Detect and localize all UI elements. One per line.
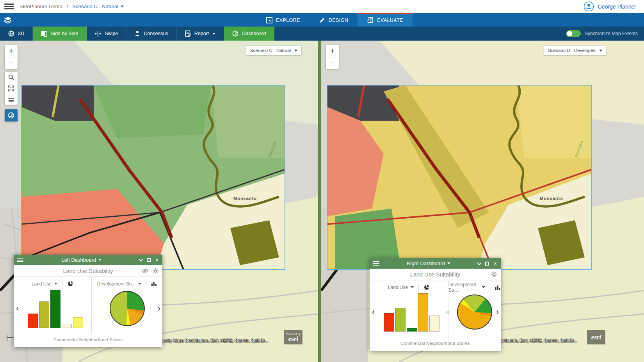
sync-extents-label: Synchronize Map Extents — [585, 31, 638, 36]
chevron-down-icon[interactable] — [54, 283, 57, 285]
user-menu[interactable]: George Planner — [584, 1, 636, 12]
globe-icon — [8, 30, 14, 37]
left-dashboard-subtitle: Land Use Suitability — [14, 268, 162, 274]
carousel-collapse-icon[interactable]: « — [446, 308, 450, 316]
map-divider[interactable] — [318, 41, 321, 362]
left-dashboard-window: Left Dashboard × Land Use Suitability — [14, 255, 162, 347]
left-scenario-selector[interactable]: Scenario C - Natural — [246, 46, 301, 55]
pie-chart-icon[interactable] — [423, 284, 430, 291]
layers-button[interactable] — [0, 13, 16, 27]
sync-extents-toggle[interactable] — [566, 30, 581, 37]
side-by-side-label: Side by Side — [51, 31, 78, 36]
right-dashboard-header[interactable]: Right Dashboard × — [370, 258, 501, 269]
close-icon[interactable]: × — [493, 260, 497, 266]
side-by-side-button[interactable]: Side by Side — [33, 27, 87, 41]
esri-wordmark: esri — [288, 335, 299, 342]
breadcrumb: GeoPlanner Demo / Scenario C - Natural — [20, 4, 124, 9]
user-name: George Planner — [598, 4, 636, 10]
tab-evaluate[interactable]: EVALUATE — [358, 13, 413, 27]
person-icon — [135, 30, 140, 37]
esri-logo: Powered by esri — [284, 330, 302, 344]
report-button[interactable]: Report — [177, 27, 224, 41]
zoom-out-button[interactable]: − — [326, 57, 339, 69]
left-land-use-selector[interactable]: Land Use — [32, 281, 52, 287]
carousel-prev-icon[interactable]: ‹ — [372, 308, 375, 316]
pie-chart-icon[interactable] — [67, 281, 73, 287]
zoom-out-button[interactable]: − — [5, 57, 18, 69]
right-scenario-selector[interactable]: Scenario D - Developed — [544, 46, 606, 55]
chevron-down-icon — [121, 5, 124, 7]
right-land-use-selector[interactable]: Land Use — [388, 285, 408, 290]
right-dashboard-charts: Land Use Development Su... — [370, 280, 501, 338]
search-button[interactable] — [5, 72, 18, 83]
breadcrumb-separator: / — [67, 4, 68, 9]
left-land-use-panel: Land Use — [14, 277, 91, 334]
right-dashboard-title-dropdown[interactable]: Right Dashboard — [379, 260, 478, 266]
maximize-icon[interactable] — [485, 262, 489, 266]
scenario-breadcrumb-dropdown[interactable]: Scenario C - Natural — [72, 4, 124, 9]
bar-segment — [39, 301, 49, 328]
esri-wordmark: esri — [591, 334, 601, 341]
layers-icon — [4, 16, 12, 23]
mode-tabs: EXPLORE DESIGN EVALUATE — [257, 13, 413, 27]
carousel-prev-icon[interactable]: ‹ — [16, 304, 19, 313]
maximize-icon[interactable] — [147, 258, 151, 262]
gear-icon[interactable] — [153, 268, 158, 274]
dashboard-toggle-button[interactable] — [5, 109, 18, 121]
swipe-button[interactable]: Swipe — [87, 27, 126, 41]
left-study-area — [21, 85, 285, 269]
consensus-button[interactable]: Consensus — [126, 27, 177, 41]
sync-extents-control: Synchronize Map Extents — [566, 27, 644, 41]
tab-evaluate-label: EVALUATE — [377, 18, 403, 23]
chevron-down-icon — [599, 50, 602, 52]
chevron-down-icon — [447, 262, 450, 264]
right-dashboard-subtitle: Land Use Suitability — [370, 271, 501, 278]
carousel-next-icon[interactable]: › — [158, 304, 160, 313]
dashboard-menu-icon[interactable] — [17, 258, 23, 262]
left-dashboard-title-dropdown[interactable]: Left Dashboard — [23, 257, 139, 263]
left-development-selector[interactable]: Development Su... — [97, 281, 136, 287]
visibility-off-icon[interactable] — [142, 268, 148, 273]
measure-button[interactable] — [5, 94, 18, 105]
bar-chart-icon[interactable] — [151, 281, 157, 287]
full-extent-button[interactable] — [5, 83, 18, 94]
left-dashboard-header[interactable]: Left Dashboard × — [14, 255, 162, 265]
left-map-panel: Monsanto Seal Creek + − Scenario C - Nat… — [0, 41, 318, 362]
close-icon[interactable]: × — [155, 257, 158, 263]
chevron-down-icon[interactable] — [411, 286, 414, 288]
evaluate-toolbar: 3D Side by Side Swipe Consensus Report D… — [0, 27, 644, 41]
zoom-in-button[interactable]: + — [5, 45, 18, 57]
chevron-down-icon[interactable] — [138, 283, 141, 285]
3d-button[interactable]: 3D — [0, 27, 33, 41]
bar-segment — [407, 328, 417, 332]
report-label: Report — [194, 31, 209, 36]
zoom-in-button[interactable]: + — [326, 45, 339, 57]
dashboard-menu-icon[interactable] — [373, 261, 379, 266]
gear-icon[interactable] — [491, 271, 497, 277]
right-dashboard-title: Right Dashboard — [407, 260, 445, 266]
tab-design[interactable]: DESIGN — [310, 13, 358, 27]
chevron-down-icon[interactable] — [482, 286, 485, 288]
main-nav-bar: EXPLORE DESIGN EVALUATE — [0, 13, 644, 27]
collapse-icon[interactable] — [477, 260, 482, 265]
bar-chart-icon[interactable] — [495, 285, 501, 290]
right-land-use-panel: Land Use — [370, 280, 448, 338]
collapse-icon[interactable] — [139, 257, 143, 261]
left-zoom-control: + − — [5, 45, 18, 69]
bar-segment — [62, 324, 72, 328]
carousel-next-icon[interactable]: › — [496, 308, 499, 316]
chevron-down-icon — [294, 50, 297, 52]
bar-segment — [73, 317, 83, 328]
right-map-panel: Monsanto Seal Creek + − Scenario D - Dev… — [321, 41, 644, 362]
left-scenario-label: Scenario C - Natural — [250, 48, 291, 53]
app-menu-icon[interactable] — [4, 4, 14, 9]
right-development-selector[interactable]: Development Su... — [448, 282, 479, 293]
swipe-label: Swipe — [105, 31, 118, 36]
left-dashboard-caption: Commercial Neighborhood Stores — [14, 334, 162, 347]
dashboard-button[interactable]: Dashboard — [224, 27, 274, 41]
side-by-side-icon — [41, 31, 47, 37]
map-label-city: Monsanto — [233, 196, 257, 201]
tab-explore[interactable]: EXPLORE — [257, 13, 310, 27]
avatar-icon — [584, 1, 594, 12]
scenario-breadcrumb-label: Scenario C - Natural — [72, 4, 118, 9]
